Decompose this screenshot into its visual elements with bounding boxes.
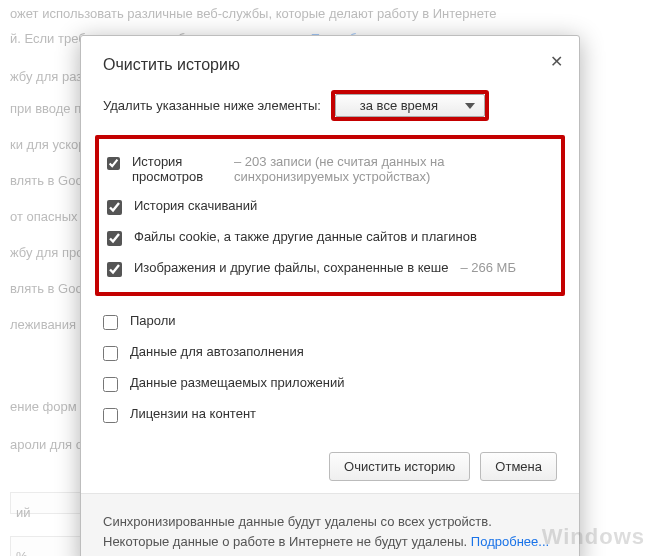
option-cached-images: Изображения и другие файлы, сохраненные … [107, 253, 553, 284]
checkbox-cookies[interactable] [107, 231, 122, 246]
option-label: Данные для автозаполнения [130, 344, 304, 359]
time-range-select[interactable]: за все время [335, 94, 485, 117]
option-label: Лицензии на контент [130, 406, 256, 421]
option-label: История скачиваний [134, 198, 257, 213]
primary-options-highlight: История просмотров – 203 записи (не счит… [95, 135, 565, 296]
option-browsing-history: История просмотров – 203 записи (не счит… [107, 147, 553, 191]
dialog-footer-note: Синхронизированные данные будут удалены … [81, 493, 579, 556]
option-extra: – 203 записи (не считая данных на синхро… [234, 154, 553, 184]
time-range-highlight: за все время [331, 90, 489, 121]
option-cookies: Файлы cookie, а также другие данные сайт… [107, 222, 553, 253]
option-licenses: Лицензии на контент [103, 399, 557, 430]
dialog-title: Очистить историю [103, 56, 557, 74]
checkbox-passwords[interactable] [103, 315, 118, 330]
option-label: Изображения и другие файлы, сохраненные … [134, 260, 448, 275]
cancel-button[interactable]: Отмена [480, 452, 557, 481]
clear-history-button[interactable]: Очистить историю [329, 452, 470, 481]
option-label: Данные размещаемых приложений [130, 375, 345, 390]
option-hosted-apps: Данные размещаемых приложений [103, 368, 557, 399]
option-label: Пароли [130, 313, 176, 328]
checkbox-licenses[interactable] [103, 408, 118, 423]
option-label: Файлы cookie, а также другие данные сайт… [134, 229, 477, 244]
checkbox-download-history[interactable] [107, 200, 122, 215]
checkbox-autofill[interactable] [103, 346, 118, 361]
option-download-history: История скачиваний [107, 191, 553, 222]
close-icon[interactable]: ✕ [550, 54, 563, 70]
option-extra: – 266 МБ [460, 260, 516, 275]
delete-elements-label: Удалить указанные ниже элементы: [103, 98, 321, 113]
checkbox-browsing-history[interactable] [107, 156, 120, 171]
option-autofill: Данные для автозаполнения [103, 337, 557, 368]
checkbox-hosted-apps[interactable] [103, 377, 118, 392]
option-passwords: Пароли [103, 306, 557, 337]
checkbox-cached-images[interactable] [107, 262, 122, 277]
note-more-link[interactable]: Подробнее... [471, 534, 549, 549]
clear-history-dialog: Очистить историю ✕ Удалить указанные ниж… [80, 35, 580, 556]
option-label: История просмотров [132, 154, 222, 184]
